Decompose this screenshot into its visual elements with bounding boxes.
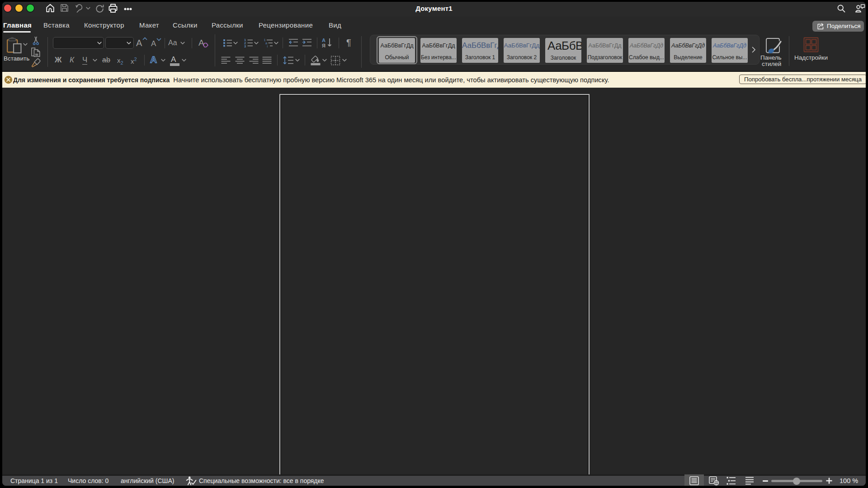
svg-text:i: i bbox=[267, 44, 268, 47]
svg-text:3: 3 bbox=[244, 44, 246, 47]
svg-text:Я: Я bbox=[322, 43, 326, 48]
svg-text:А: А bbox=[322, 38, 326, 43]
